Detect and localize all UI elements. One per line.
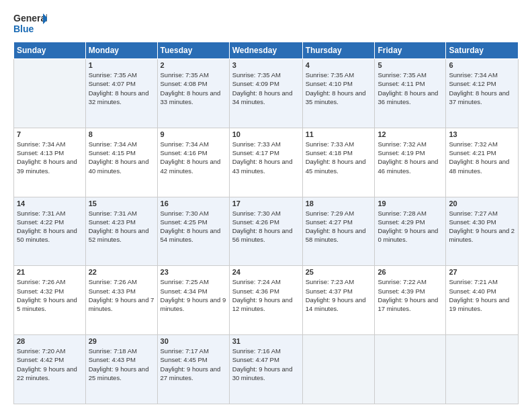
weekday-header-wednesday: Wednesday — [229, 42, 302, 59]
day-number: 30 — [161, 337, 226, 345]
day-info: Sunrise: 7:16 AMSunset: 4:47 PMDaylight:… — [232, 347, 300, 382]
day-info: Sunrise: 7:30 AMSunset: 4:25 PMDaylight:… — [161, 209, 226, 244]
day-info: Sunrise: 7:26 AMSunset: 4:33 PMDaylight:… — [89, 277, 154, 313]
day-number: 9 — [161, 130, 226, 138]
calendar-cell: 5Sunrise: 7:35 AMSunset: 4:11 PMDaylight… — [375, 59, 446, 128]
day-number: 10 — [232, 130, 300, 138]
day-number: 27 — [449, 268, 515, 276]
calendar-cell — [446, 335, 519, 404]
day-info: Sunrise: 7:22 AMSunset: 4:39 PMDaylight:… — [378, 277, 443, 313]
calendar-cell: 31Sunrise: 7:16 AMSunset: 4:47 PMDayligh… — [229, 335, 302, 404]
calendar-cell: 26Sunrise: 7:22 AMSunset: 4:39 PMDayligh… — [375, 266, 446, 335]
day-info: Sunrise: 7:32 AMSunset: 4:19 PMDaylight:… — [378, 140, 443, 175]
svg-text:Blue: Blue — [13, 24, 34, 34]
weekday-header-thursday: Thursday — [302, 42, 375, 59]
logo: General Blue — [13, 11, 47, 36]
day-info: Sunrise: 7:35 AMSunset: 4:09 PMDaylight:… — [232, 71, 300, 106]
day-info: Sunrise: 7:18 AMSunset: 4:43 PMDaylight:… — [89, 347, 154, 382]
day-info: Sunrise: 7:25 AMSunset: 4:34 PMDaylight:… — [161, 277, 226, 313]
day-number: 14 — [17, 199, 83, 208]
calendar-cell: 11Sunrise: 7:33 AMSunset: 4:18 PMDayligh… — [302, 128, 375, 197]
day-info: Sunrise: 7:29 AMSunset: 4:27 PMDaylight:… — [306, 209, 372, 244]
calendar-week-4: 21Sunrise: 7:26 AMSunset: 4:32 PMDayligh… — [14, 266, 519, 335]
calendar-week-3: 14Sunrise: 7:31 AMSunset: 4:22 PMDayligh… — [14, 197, 519, 266]
day-info: Sunrise: 7:31 AMSunset: 4:23 PMDaylight:… — [89, 209, 154, 244]
calendar-table: SundayMondayTuesdayWednesdayThursdayFrid… — [13, 42, 519, 404]
calendar-week-1: 1Sunrise: 7:35 AMSunset: 4:07 PMDaylight… — [14, 59, 519, 128]
calendar-cell: 15Sunrise: 7:31 AMSunset: 4:23 PMDayligh… — [85, 197, 157, 266]
day-info: Sunrise: 7:35 AMSunset: 4:11 PMDaylight:… — [378, 71, 443, 106]
day-number: 4 — [306, 61, 372, 69]
day-number: 26 — [378, 268, 443, 276]
calendar-cell: 14Sunrise: 7:31 AMSunset: 4:22 PMDayligh… — [14, 197, 86, 266]
day-info: Sunrise: 7:34 AMSunset: 4:15 PMDaylight:… — [89, 140, 154, 175]
day-info: Sunrise: 7:34 AMSunset: 4:12 PMDaylight:… — [449, 71, 515, 106]
day-info: Sunrise: 7:32 AMSunset: 4:21 PMDaylight:… — [449, 140, 515, 175]
calendar-cell: 7Sunrise: 7:34 AMSunset: 4:13 PMDaylight… — [14, 128, 86, 197]
calendar-cell — [14, 59, 86, 128]
calendar-cell: 28Sunrise: 7:20 AMSunset: 4:42 PMDayligh… — [14, 335, 86, 404]
day-number: 22 — [89, 268, 154, 276]
day-info: Sunrise: 7:34 AMSunset: 4:16 PMDaylight:… — [161, 140, 226, 175]
weekday-header-monday: Monday — [85, 42, 157, 59]
day-info: Sunrise: 7:26 AMSunset: 4:32 PMDaylight:… — [17, 277, 83, 313]
day-info: Sunrise: 7:35 AMSunset: 4:10 PMDaylight:… — [306, 71, 372, 106]
calendar-cell — [302, 335, 375, 404]
day-number: 16 — [161, 199, 226, 208]
weekday-header-friday: Friday — [375, 42, 446, 59]
day-info: Sunrise: 7:21 AMSunset: 4:40 PMDaylight:… — [449, 277, 515, 313]
calendar-cell: 30Sunrise: 7:17 AMSunset: 4:45 PMDayligh… — [157, 335, 229, 404]
calendar-cell — [375, 335, 446, 404]
day-number: 6 — [449, 61, 515, 69]
day-info: Sunrise: 7:33 AMSunset: 4:18 PMDaylight:… — [306, 140, 372, 175]
calendar-cell: 29Sunrise: 7:18 AMSunset: 4:43 PMDayligh… — [85, 335, 157, 404]
day-number: 21 — [17, 268, 83, 276]
calendar-cell: 18Sunrise: 7:29 AMSunset: 4:27 PMDayligh… — [302, 197, 375, 266]
weekday-header-row: SundayMondayTuesdayWednesdayThursdayFrid… — [14, 42, 519, 59]
calendar-cell: 20Sunrise: 7:27 AMSunset: 4:30 PMDayligh… — [446, 197, 519, 266]
day-number: 18 — [306, 199, 372, 208]
weekday-header-sunday: Sunday — [14, 42, 86, 59]
day-info: Sunrise: 7:28 AMSunset: 4:29 PMDaylight:… — [378, 209, 443, 244]
day-number: 5 — [378, 61, 443, 69]
day-info: Sunrise: 7:27 AMSunset: 4:30 PMDaylight:… — [449, 209, 515, 244]
svg-text:General: General — [13, 13, 47, 24]
day-info: Sunrise: 7:35 AMSunset: 4:07 PMDaylight:… — [89, 71, 154, 106]
day-info: Sunrise: 7:31 AMSunset: 4:22 PMDaylight:… — [17, 209, 83, 244]
calendar-cell: 8Sunrise: 7:34 AMSunset: 4:15 PMDaylight… — [85, 128, 157, 197]
day-number: 13 — [449, 130, 515, 138]
day-number: 7 — [17, 130, 83, 138]
day-info: Sunrise: 7:23 AMSunset: 4:37 PMDaylight:… — [306, 277, 372, 313]
day-number: 3 — [232, 61, 300, 69]
day-number: 12 — [378, 130, 443, 138]
calendar-cell: 2Sunrise: 7:35 AMSunset: 4:08 PMDaylight… — [157, 59, 229, 128]
day-number: 31 — [232, 337, 300, 345]
calendar-cell: 19Sunrise: 7:28 AMSunset: 4:29 PMDayligh… — [375, 197, 446, 266]
day-number: 29 — [89, 337, 154, 345]
day-number: 15 — [89, 199, 154, 208]
day-number: 23 — [161, 268, 226, 276]
day-info: Sunrise: 7:24 AMSunset: 4:36 PMDaylight:… — [232, 277, 300, 313]
day-info: Sunrise: 7:35 AMSunset: 4:08 PMDaylight:… — [161, 71, 226, 106]
calendar-cell: 10Sunrise: 7:33 AMSunset: 4:17 PMDayligh… — [229, 128, 302, 197]
weekday-header-tuesday: Tuesday — [157, 42, 229, 59]
calendar-cell: 13Sunrise: 7:32 AMSunset: 4:21 PMDayligh… — [446, 128, 519, 197]
day-number: 11 — [306, 130, 372, 138]
calendar-week-2: 7Sunrise: 7:34 AMSunset: 4:13 PMDaylight… — [14, 128, 519, 197]
day-info: Sunrise: 7:30 AMSunset: 4:26 PMDaylight:… — [232, 209, 300, 244]
logo-svg: General Blue — [13, 11, 47, 36]
calendar-cell: 9Sunrise: 7:34 AMSunset: 4:16 PMDaylight… — [157, 128, 229, 197]
header: General Blue — [13, 11, 519, 36]
day-number: 19 — [378, 199, 443, 208]
day-number: 17 — [232, 199, 300, 208]
page: General Blue SundayMondayTuesdayWednesda… — [0, 0, 532, 411]
day-info: Sunrise: 7:17 AMSunset: 4:45 PMDaylight:… — [161, 347, 226, 382]
calendar-cell: 24Sunrise: 7:24 AMSunset: 4:36 PMDayligh… — [229, 266, 302, 335]
calendar-cell: 22Sunrise: 7:26 AMSunset: 4:33 PMDayligh… — [85, 266, 157, 335]
calendar-week-5: 28Sunrise: 7:20 AMSunset: 4:42 PMDayligh… — [14, 335, 519, 404]
calendar-cell: 16Sunrise: 7:30 AMSunset: 4:25 PMDayligh… — [157, 197, 229, 266]
calendar-cell: 6Sunrise: 7:34 AMSunset: 4:12 PMDaylight… — [446, 59, 519, 128]
weekday-header-saturday: Saturday — [446, 42, 519, 59]
calendar-cell: 17Sunrise: 7:30 AMSunset: 4:26 PMDayligh… — [229, 197, 302, 266]
day-number: 2 — [161, 61, 226, 69]
